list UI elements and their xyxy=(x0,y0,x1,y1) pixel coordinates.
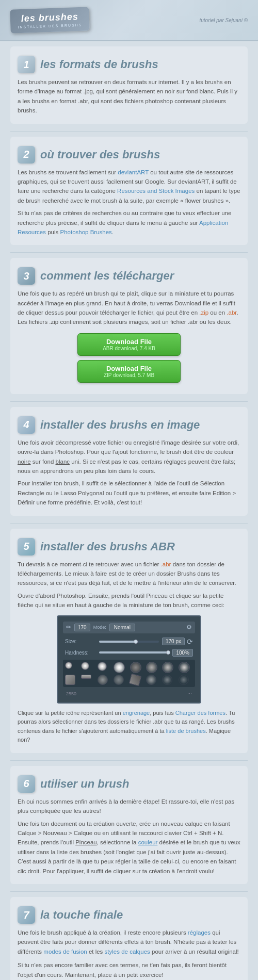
download-btn-zip-label: Download File xyxy=(88,365,170,372)
brush-options-icon[interactable]: ⚙ xyxy=(186,624,192,631)
section-2-number: 2 xyxy=(18,146,35,164)
divider-2 xyxy=(10,252,248,253)
section-5-body2: Ouvre d'abord Photoshop. Ensuite, prends… xyxy=(18,591,240,610)
link-reglages[interactable]: réglages xyxy=(188,929,211,936)
brush-swatch[interactable] xyxy=(81,662,89,670)
brush-size-num-25: 25 xyxy=(66,691,71,696)
brush-size-value: 170 px xyxy=(162,638,185,645)
section-7: 7 la touche finale Une fois le brush app… xyxy=(10,897,248,980)
brush-panel: ✏ 170 Mode: Normal ⚙ Size: 170 px ⟳ Hard… xyxy=(57,615,201,704)
section-1-title: les formats de brushs xyxy=(40,58,158,71)
brush-swatch[interactable] xyxy=(162,675,172,685)
section-2-body1: Les brushs se trouvent facilement sur de… xyxy=(18,168,240,206)
brush-hardness-thumb xyxy=(166,650,170,655)
brush-swatch[interactable] xyxy=(146,675,156,685)
download-btn-zip[interactable]: Download File ZIP download, 5.7 MB xyxy=(77,360,181,383)
brush-toolbar: ✏ 170 Mode: Normal ⚙ xyxy=(63,622,195,633)
brush-swatch[interactable] xyxy=(98,662,107,671)
text-couleur: couleur xyxy=(138,839,158,845)
section-3-header: 3 comment les télécharger xyxy=(18,267,240,285)
section-7-body2: Si tu n'es pas encore familier avec ces … xyxy=(18,960,240,979)
link-styles[interactable]: styles de calques xyxy=(105,949,150,955)
link-abr2[interactable]: .abr xyxy=(161,561,171,567)
divider-3 xyxy=(10,401,248,402)
link-modes[interactable]: modes de fusion xyxy=(43,949,87,955)
section-1: 1 les formats de brushs Les brushs peuve… xyxy=(10,46,248,124)
section-6-body1: Eh oui nous sommes enfin arrivés à la de… xyxy=(18,797,240,816)
brush-swatch-angled[interactable] xyxy=(128,673,141,685)
download-btn-abr[interactable]: Download File ABR download, 7.4 KB xyxy=(77,333,181,356)
text-noire: noire xyxy=(18,459,31,465)
section-4-body1: Une fois avoir décompressé votre fichier… xyxy=(18,438,240,476)
section-7-number: 7 xyxy=(18,906,35,924)
section-6-header: 6 utiliser un brush xyxy=(18,775,240,793)
brush-hardness-label: Hardness: xyxy=(65,650,96,656)
download-btn-abr-label: Download File xyxy=(88,338,170,346)
brush-swatch[interactable] xyxy=(130,662,141,673)
section-2-header: 2 où trouver des brushs xyxy=(18,146,240,164)
section-7-header: 7 la touche finale xyxy=(18,906,240,924)
section-4-title: installer des brushs en image xyxy=(40,418,200,432)
brush-hardness-slider[interactable] xyxy=(99,651,169,654)
section-6-title: utiliser un brush xyxy=(40,777,129,791)
section-6-number: 6 xyxy=(18,775,35,793)
brush-swatch[interactable] xyxy=(146,662,157,673)
section-2: 2 où trouver des brushs Les brushs se tr… xyxy=(10,137,248,246)
section-5-title: installer des brushs ABR xyxy=(40,540,175,553)
section-2-title: où trouver des brushs xyxy=(40,148,160,161)
link-charger[interactable]: Charger des formes xyxy=(175,710,225,716)
brush-swatch[interactable] xyxy=(179,675,189,685)
brush-swatch-flat[interactable] xyxy=(81,675,91,679)
section-4-header: 4 installer des brushs en image xyxy=(18,416,240,434)
brush-size-slider[interactable] xyxy=(99,641,159,643)
section-4-number: 4 xyxy=(18,416,35,434)
link-resources[interactable]: Resources and Stock Images xyxy=(117,188,195,194)
link-engrenage[interactable]: engrenage xyxy=(123,710,150,716)
site-logo: les brushes installer des brushs xyxy=(10,7,90,33)
brush-reset-icon[interactable]: ⟳ xyxy=(187,638,193,646)
section-5-header: 5 installer des brushs ABR xyxy=(18,538,240,556)
section-1-header: 1 les formats de brushs xyxy=(18,56,240,73)
section-6-body2: Une fois ton document ou ta création ouv… xyxy=(18,819,240,876)
section-3: 3 comment les télécharger Une fois que t… xyxy=(10,258,248,394)
section-1-body: Les brushs peuvent se retrouver en deux … xyxy=(18,77,240,116)
brush-size-thumb xyxy=(134,640,138,644)
section-3-body: Une fois que tu as repéré un brush qui t… xyxy=(18,289,240,327)
link-abr[interactable]: .abr xyxy=(227,309,236,316)
text-pinceau: Pinceau xyxy=(75,839,97,845)
section-2-body2: Si tu n'as pas de critères de recherches… xyxy=(18,208,240,237)
section-5-body1: Tu devrais à ce moment-ci te retrouver a… xyxy=(18,560,240,588)
header-credit: tutoriel par Sejuani © xyxy=(199,18,248,23)
link-ps-brushes[interactable]: Photoshop Brushes xyxy=(60,229,111,235)
brush-swatch[interactable] xyxy=(98,675,108,685)
brush-hardness-value: 100% xyxy=(172,649,193,657)
section-5-body3: Clique sur la petite icône représentant … xyxy=(18,709,240,745)
brush-size-display: 170 xyxy=(74,624,90,631)
brush-sizes-row: 25 50 ⋯ xyxy=(63,690,195,697)
section-3-title: comment les télécharger xyxy=(40,269,174,283)
brush-swatch[interactable] xyxy=(114,675,124,685)
brush-swatch[interactable] xyxy=(114,662,125,673)
brush-swatch[interactable] xyxy=(179,662,190,673)
section-3-number: 3 xyxy=(18,267,35,285)
main-content: 1 les formats de brushs Les brushs peuve… xyxy=(0,41,258,980)
text-blanc: blanc xyxy=(56,459,70,465)
divider-4 xyxy=(10,523,248,524)
brush-hardness-row: Hardness: 100% xyxy=(63,649,195,657)
brush-mode-text: Mode: xyxy=(93,625,106,630)
link-liste[interactable]: liste de brushes xyxy=(166,728,206,734)
link-zip[interactable]: .zip xyxy=(199,309,208,316)
brush-swatch-rect[interactable] xyxy=(65,675,75,685)
link-deviantart[interactable]: deviantART xyxy=(118,169,149,175)
link-app-resources[interactable]: Application Resources xyxy=(18,220,228,235)
page-header: les brushes installer des brushs tutorie… xyxy=(0,0,258,41)
brush-swatch[interactable] xyxy=(65,662,72,669)
section-4-body2: Pour installer ton brush, il suffit de l… xyxy=(18,479,240,507)
brush-size-label: Size: xyxy=(65,639,96,644)
brush-panel-resize[interactable]: ⋯ xyxy=(187,691,192,696)
brush-mode-value[interactable]: Normal xyxy=(109,624,135,631)
brush-swatch[interactable] xyxy=(162,662,173,673)
brush-size-num-50: 50 xyxy=(71,691,76,696)
download-buttons-container: Download File ABR download, 7.4 KB Downl… xyxy=(18,333,240,383)
section-5-number: 5 xyxy=(18,538,35,556)
